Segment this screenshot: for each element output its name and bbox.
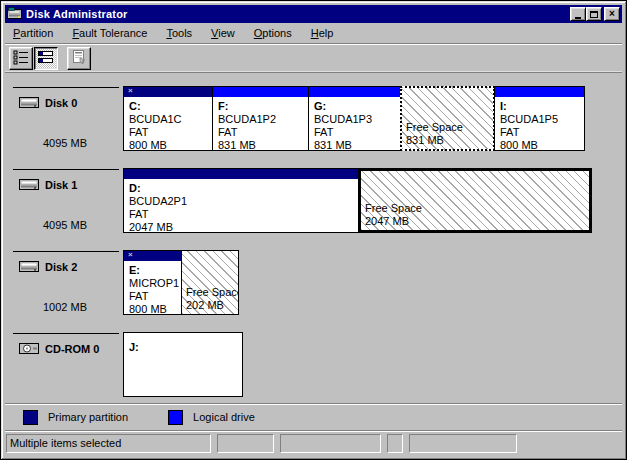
- partition-size: 831 MB: [218, 139, 303, 151]
- cd-rom-icon: [19, 342, 39, 355]
- legend-logical-label: Logical drive: [193, 411, 255, 423]
- hard-disk-icon: [19, 260, 39, 273]
- logical-drive-swatch: [168, 410, 183, 425]
- free-space-size: 831 MB: [406, 134, 463, 147]
- minimize-button[interactable]: [570, 7, 586, 21]
- partition-segment-i[interactable]: I:BCUDA1P5FAT800 MB: [494, 86, 585, 151]
- partition-text: I:BCUDA1P5FAT800 MB: [495, 97, 584, 151]
- disk-bars-view-button[interactable]: [34, 47, 58, 70]
- menubar: Partition Fault Tolerance Tools View Opt…: [5, 23, 622, 43]
- maximize-icon: [590, 11, 598, 18]
- device-label: Disk 2: [45, 261, 77, 273]
- menu-tools[interactable]: Tools: [160, 25, 198, 41]
- volume-label: BCUDA2P1: [129, 195, 353, 208]
- logical-color-bar: [213, 87, 308, 97]
- partition-bars: D:BCUDA2P1FAT2047 MBFree Space2047 MB: [123, 168, 592, 233]
- free-space-label: Free Space: [365, 202, 422, 215]
- maximize-button[interactable]: [586, 7, 602, 21]
- free-space-label: Free Space: [186, 286, 239, 299]
- file-system: FAT: [218, 126, 303, 139]
- device-label: Disk 0: [45, 97, 77, 109]
- status-panel: [409, 434, 517, 453]
- titlebar[interactable]: Disk Administrator ×: [5, 5, 622, 23]
- menu-view[interactable]: View: [205, 25, 241, 41]
- list-view-icon: [13, 49, 29, 68]
- status-message: Multiple items selected: [10, 437, 121, 449]
- device-row-disk-2: Disk 21002 MB×E:MICROP1FAT800 MBFree Spa…: [9, 250, 622, 315]
- legend-primary-partition: Primary partition: [23, 410, 128, 425]
- partition-bars: ×E:MICROP1FAT800 MBFree Space202 MB: [123, 250, 239, 315]
- statusbar: Multiple items selected: [5, 430, 622, 455]
- legend-primary-label: Primary partition: [48, 411, 128, 423]
- partition-segment-c[interactable]: ×C:BCUDA1CFAT800 MB: [123, 86, 213, 151]
- menu-fault-tolerance[interactable]: Fault Tolerance: [66, 25, 153, 41]
- free-space-segment[interactable]: Free Space202 MB: [181, 250, 239, 315]
- drive-letter: C:: [129, 100, 207, 113]
- menu-help[interactable]: Help: [305, 25, 340, 41]
- status-panel: [217, 434, 274, 453]
- window-title: Disk Administrator: [26, 8, 570, 20]
- menu-partition[interactable]: Partition: [7, 25, 59, 41]
- volume-label: BCUDA1P3: [314, 113, 395, 126]
- file-system: FAT: [500, 126, 579, 139]
- volume-label: BCUDA1P5: [500, 113, 579, 126]
- free-space-segment[interactable]: Free Space831 MB: [400, 86, 495, 151]
- partition-segment-g[interactable]: G:BCUDA1P3FAT831 MB: [308, 86, 401, 151]
- close-button[interactable]: ×: [604, 7, 620, 21]
- device-row-disk-0: Disk 04095 MB×C:BCUDA1CFAT800 MBF:BCUDA1…: [9, 86, 622, 151]
- partition-size: 800 MB: [500, 139, 579, 151]
- device-header: CD-ROM 0: [19, 342, 123, 355]
- primary-color-bar: [124, 169, 358, 179]
- properties-button[interactable]: [67, 47, 91, 70]
- free-space-text: Free Space2047 MB: [365, 202, 422, 228]
- properties-icon: [71, 49, 87, 68]
- volume-label: BCUDA1P2: [218, 113, 303, 126]
- legend-logical-drive: Logical drive: [168, 410, 255, 425]
- device-label: Disk 1: [45, 179, 77, 191]
- disk-bars-view-icon: [38, 49, 54, 68]
- device-info: Disk 04095 MB: [9, 86, 123, 151]
- primary-color-bar: ×: [124, 87, 212, 97]
- free-space-size: 2047 MB: [365, 215, 422, 228]
- active-partition-marker: ×: [128, 86, 133, 96]
- drive-letter: J:: [129, 341, 237, 354]
- partition-bars: ×C:BCUDA1CFAT800 MBF:BCUDA1P2FAT831 MBG:…: [123, 86, 585, 151]
- device-header: Disk 0: [19, 96, 123, 109]
- file-system: FAT: [129, 208, 353, 221]
- menu-options[interactable]: Options: [248, 25, 298, 41]
- partition-segment-e[interactable]: ×E:MICROP1FAT800 MB: [123, 250, 182, 315]
- device-header: Disk 1: [19, 178, 123, 191]
- partition-text: C:BCUDA1CFAT800 MB: [124, 97, 212, 151]
- device-size: 4095 MB: [19, 219, 123, 231]
- partition-size: 2047 MB: [129, 221, 353, 233]
- legend: Primary partition Logical drive: [5, 403, 622, 430]
- partition-text: E:MICROP1FAT800 MB: [124, 261, 181, 315]
- file-system: FAT: [314, 126, 395, 139]
- status-panel: [387, 434, 403, 453]
- minimize-icon: [575, 17, 581, 19]
- partition-segment-f[interactable]: F:BCUDA1P2FAT831 MB: [212, 86, 309, 151]
- free-space-size: 202 MB: [186, 299, 239, 312]
- partition-size: 831 MB: [314, 139, 395, 151]
- partition-text: F:BCUDA1P2FAT831 MB: [213, 97, 308, 151]
- partition-size: 800 MB: [129, 303, 176, 315]
- drive-letter: I:: [500, 100, 579, 113]
- app-icon: [7, 7, 23, 21]
- list-view-button[interactable]: [9, 47, 33, 70]
- device-info: Disk 14095 MB: [9, 168, 123, 233]
- free-space-text: Free Space831 MB: [406, 121, 463, 147]
- close-icon: ×: [609, 9, 615, 19]
- logical-color-bar: [309, 87, 400, 97]
- file-system: FAT: [129, 290, 176, 303]
- device-row-disk-1: Disk 14095 MBD:BCUDA2P1FAT2047 MBFree Sp…: [9, 168, 622, 233]
- volume-label: MICROP1: [129, 277, 176, 290]
- device-info: CD-ROM 0: [9, 332, 123, 397]
- cdrom-drive-segment-j[interactable]: J:: [123, 332, 243, 397]
- status-message-panel: Multiple items selected: [6, 434, 211, 453]
- file-system: FAT: [129, 126, 207, 139]
- status-panel: [280, 434, 381, 453]
- row-separator: [13, 87, 119, 88]
- partition-segment-d[interactable]: D:BCUDA2P1FAT2047 MB: [123, 168, 359, 233]
- free-space-segment[interactable]: Free Space2047 MB: [358, 168, 592, 233]
- device-list: Disk 04095 MB×C:BCUDA1CFAT800 MBF:BCUDA1…: [5, 73, 622, 403]
